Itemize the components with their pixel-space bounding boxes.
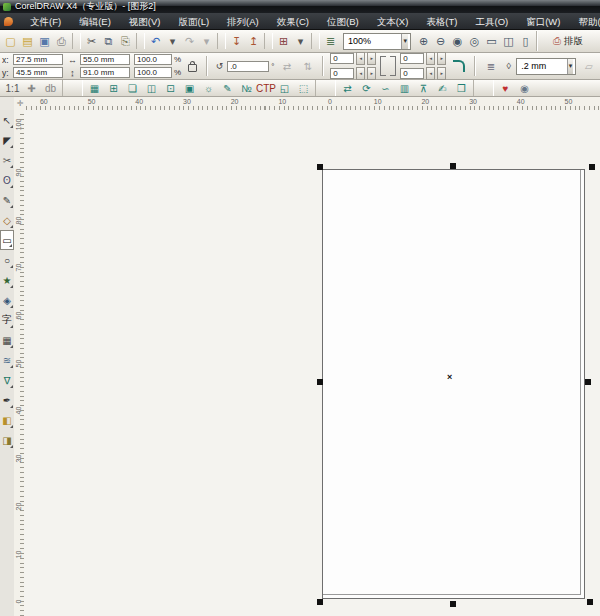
new-document-icon[interactable]: ▢ [2, 31, 19, 51]
text-tool[interactable]: 字 [0, 310, 14, 330]
zoom-in-icon[interactable]: ⊕ [415, 31, 432, 51]
spin-down-icon[interactable]: ▸ [367, 52, 376, 65]
cut-icon[interactable]: ✂ [83, 31, 100, 51]
ruler-origin-icon[interactable]: ✛ [14, 97, 26, 111]
freehand-tool[interactable]: ✎ [0, 190, 14, 210]
enhance-button[interactable]: ⎙ 增强 [596, 33, 600, 50]
welcome-screen-icon[interactable]: ≣ [322, 31, 339, 51]
mirror-horizontal-button[interactable]: ⇄ [278, 58, 295, 75]
crop-tool[interactable]: ✂ [0, 150, 14, 170]
split-page-icon[interactable]: ◫ [142, 81, 161, 96]
zoom-tool[interactable]: ʘ [0, 170, 14, 190]
corner-radius-br-field[interactable]: 0 [400, 68, 424, 79]
selection-handle-top-center[interactable] [450, 163, 456, 169]
menu-item[interactable]: 排列(A) [218, 13, 268, 30]
chevron-down-icon[interactable]: ▾ [401, 34, 408, 49]
open-icon[interactable]: ▤ [19, 31, 36, 51]
menu-item[interactable]: 文件(F) [21, 13, 70, 30]
fill-tool[interactable]: ◧ [0, 410, 14, 430]
chevron-down-icon[interactable]: ▾ [567, 59, 574, 74]
rotation-field[interactable]: .0 [227, 61, 269, 72]
paste-icon[interactable]: ⎘ [117, 31, 134, 51]
object-width-field[interactable]: 55.0 mm [80, 54, 130, 65]
selection-handle-middle-left[interactable] [317, 379, 323, 385]
y-position-field[interactable]: 45.5 mm [13, 67, 63, 78]
object-height-field[interactable]: 91.0 mm [80, 67, 130, 78]
selection-handle-bottom-right[interactable] [587, 599, 593, 605]
pick-tool[interactable]: ↖ [0, 110, 14, 130]
hand-tool-icon[interactable]: ✚ [22, 81, 41, 96]
horizontal-ruler[interactable]: 60504030201001020304050 [26, 97, 600, 111]
imposition-button[interactable]: ⎙ 排版 [546, 33, 590, 50]
selection-handle-middle-right[interactable] [585, 379, 591, 385]
zoom-page-icon[interactable]: ▭ [483, 31, 500, 51]
menu-item[interactable]: 工具(O) [466, 13, 517, 30]
zoom-selected-icon[interactable]: ◉ [449, 31, 466, 51]
menu-item[interactable]: 表格(T) [417, 13, 466, 30]
swap-icon[interactable]: ⇄ [338, 81, 357, 96]
basic-shapes-tool[interactable]: ◈ [0, 290, 14, 310]
to-front-button[interactable]: ▱ [580, 58, 597, 75]
selection-handle-bottom-left[interactable] [317, 599, 323, 605]
redo-dropdown-icon[interactable]: ▾ [198, 31, 215, 51]
save-icon[interactable]: ▣ [36, 31, 53, 51]
export-icon[interactable]: ↥ [245, 31, 262, 51]
outline-width-combo[interactable]: .2 mm ▾ [516, 58, 576, 75]
spin-up-icon[interactable]: ◂ [426, 52, 435, 65]
copy2-icon[interactable]: ❒ [452, 81, 471, 96]
scale-x-field[interactable]: 100.0 [134, 54, 172, 65]
curve-icon[interactable]: ∽ [376, 81, 395, 96]
vip-icon[interactable]: ♥ [496, 81, 515, 96]
lock-ratio-icon[interactable] [188, 64, 197, 72]
panel-icon[interactable]: ▥ [395, 81, 414, 96]
scale-y-field[interactable]: 100.0 [134, 67, 172, 78]
sign-icon[interactable]: ✍ [433, 81, 452, 96]
interactive-blend-tool[interactable]: ≋ [0, 350, 14, 370]
menu-item[interactable]: 效果(C) [268, 13, 318, 30]
spin-down-icon[interactable]: ▸ [367, 67, 376, 80]
preview-icon[interactable]: ◱ [275, 81, 294, 96]
about-icon[interactable]: ◉ [515, 81, 534, 96]
align-icon[interactable]: ⊼ [414, 81, 433, 96]
menu-item[interactable]: 窗口(W) [517, 13, 569, 30]
spin-down-icon[interactable]: ▸ [437, 52, 446, 65]
redo-icon[interactable]: ↷ [181, 31, 198, 51]
canvas[interactable]: × [24, 110, 600, 616]
copy-page-icon[interactable]: ❏ [123, 81, 142, 96]
launcher-dropdown-icon[interactable]: ▾ [292, 31, 309, 51]
undo-icon[interactable]: ↶ [147, 31, 164, 51]
document-menu-icon[interactable] [4, 17, 13, 26]
menu-item[interactable]: 位图(B) [318, 13, 368, 30]
spin-up-icon[interactable]: ◂ [356, 52, 365, 65]
application-launcher-icon[interactable]: ⊞ [275, 31, 292, 51]
import-icon[interactable]: ↧ [228, 31, 245, 51]
effects-icon[interactable]: ☼ [199, 81, 218, 96]
copy-icon[interactable]: ⧉ [100, 31, 117, 51]
interactive-fill-tool[interactable]: ◨ [0, 430, 14, 450]
mirror-vertical-button[interactable]: ⇅ [299, 58, 316, 75]
smart-fill-tool[interactable]: ◇ [0, 210, 14, 230]
round-corners-button[interactable] [453, 60, 465, 72]
spin-up-icon[interactable]: ◂ [426, 67, 435, 80]
eyedropper-tool[interactable]: ∇ [0, 370, 14, 390]
numbering-icon[interactable]: № [237, 81, 256, 96]
zoom-page-height-icon[interactable]: ▯ [517, 31, 534, 51]
rectangle-tool[interactable]: ▭ [0, 230, 14, 250]
rotate-icon[interactable]: ⟳ [357, 81, 376, 96]
print-icon[interactable]: ⎙ [53, 31, 70, 51]
spin-down-icon[interactable]: ▸ [437, 67, 446, 80]
corner-radius-tl-field[interactable]: 0 [330, 53, 354, 64]
batch-icon[interactable]: ⊡ [161, 81, 180, 96]
wrap-text-button[interactable]: ≣ [482, 58, 499, 75]
ctp-icon[interactable]: CTP [256, 81, 275, 96]
selection-handle-top-right[interactable] [589, 164, 595, 170]
table-tool[interactable]: ▦ [0, 330, 14, 350]
shape-tool[interactable]: ◤ [0, 130, 14, 150]
menu-item[interactable]: 版面(L) [169, 13, 218, 30]
selection-handle-bottom-center[interactable] [450, 601, 456, 607]
selection-handle-top-left[interactable] [317, 164, 323, 170]
zoom-page-width-icon[interactable]: ◫ [500, 31, 517, 51]
polygon-tool[interactable]: ★ [0, 270, 14, 290]
outline-pen-tool[interactable]: ✒ [0, 390, 14, 410]
tile-icon[interactable]: ⊞ [104, 81, 123, 96]
